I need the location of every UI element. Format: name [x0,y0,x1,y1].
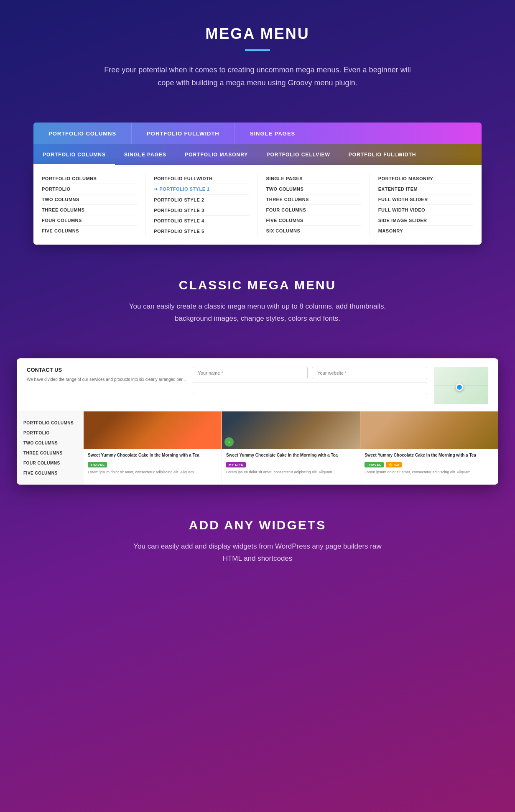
classic-description: You can easily create a classic mega men… [115,301,400,325]
sidebar-link-1[interactable]: PORTFOLIO COLUMNS [17,418,84,428]
blog-card-3-body: Sweet Yummy Chocolate Cake in the Mornin… [360,449,498,478]
menu-dropdown: PORTFOLIO COLUMNS PORTFOLIO TWO COLUMNS … [33,165,482,245]
top-bar-item-3[interactable]: SINGLE PAGES [235,123,311,144]
menu-col-2: PORTFOLIO FULLWIDTH PORTFOLIO STYLE 1 PO… [145,174,258,236]
contact-desc: We have divided the range of our service… [27,376,186,383]
mega-menu-title: MEGA MENU [33,25,482,43]
col4-item-2[interactable]: EXTENTED ITEM [378,184,473,194]
blog-rating: ⭐ 4.5 [386,462,402,467]
message-input[interactable] [193,383,427,394]
col3-item-2[interactable]: TWO COLUMNS [266,184,361,194]
classic-section: CLASSIC MEGA MENU You can easily create … [0,253,515,342]
col4-item-3[interactable]: FULL WIDTH SLIDER [378,194,473,205]
col3-item-3[interactable]: THREE COLUMNS [266,194,361,205]
classic-demo-wrapper: CONTACT US We have divided the range of … [17,358,498,485]
widgets-description: You can easily add and display widgets f… [132,541,383,565]
blog-section: PORTFOLIO COLUMNS PORTFOLIO TWO COLUMNS … [17,411,498,485]
blog-tag-2: MY LIFE [226,462,246,467]
blog-img-3 [360,411,498,449]
col4-item-4[interactable]: FULL WIDTH VIDEO [378,205,473,215]
contact-area: CONTACT US We have divided the range of … [17,358,498,411]
sidebar-link-4[interactable]: THREE COLUMNS [17,448,84,458]
widgets-section: ADD ANY WIDGETS You can easily add and d… [0,493,515,582]
blog-text-3: Lorem ipsum dolor sit amet, consectetur … [365,470,494,475]
form-row-1 [193,367,427,379]
map-dot [456,383,463,391]
contact-title: CONTACT US [27,367,186,373]
col1-item-2[interactable]: PORTFOLIO [42,184,137,194]
col4-item-1[interactable]: PORTFOLIO MASONRY [378,174,473,184]
blog-text-2: Lorem ipsum dolor sit amet, consectetur … [226,470,356,475]
second-bar-item-4[interactable]: PORTFOLIO CELLVIEW [257,144,339,165]
sidebar-link-2[interactable]: PORTFOLIO [17,428,84,438]
blog-card-3: Sweet Yummy Chocolate Cake in the Mornin… [360,411,498,485]
col1-item-4[interactable]: THREE COLUMNS [42,205,137,215]
blog-card-1: Sweet Yummy Chocolate Cake in the Mornin… [84,411,222,485]
top-bar-item-1[interactable]: PORTFOLIO COLUMNS [33,123,132,144]
col3-item-6[interactable]: SIX COLUMNS [266,226,361,236]
website-input[interactable] [312,367,427,379]
mega-menu-description: Free your potential when it comes to cre… [101,64,414,89]
classic-title: CLASSIC MEGA MENU [33,278,482,292]
blog-text-1: Lorem ipsum dolor sit amet, consectetur … [88,470,217,475]
contact-left: CONTACT US We have divided the range of … [27,367,186,383]
blog-title-3: Sweet Yummy Chocolate Cake in the Mornin… [365,452,494,458]
col4-item-5[interactable]: SIDE IMAGE SLIDER [378,215,473,226]
title-divider [245,49,270,51]
blog-card-2-body: Sweet Yummy Chocolate Cake in the Mornin… [222,449,360,478]
col3-item-1[interactable]: SINGLE PAGES [266,174,361,184]
col2-item-4[interactable]: PORTFOLIO STYLE 3 [154,205,249,216]
second-bar-item-5[interactable]: PORTFOLIO FULLWIDTH [339,144,426,165]
col1-item-3[interactable]: TWO COLUMNS [42,194,137,205]
menu-second-bar: PORTFOLIO COLUMNS SINGLE PAGES PORTFOLIO… [33,144,482,165]
menu-col-3: SINGLE PAGES TWO COLUMNS THREE COLUMNS F… [258,174,370,236]
col1-item-5[interactable]: FOUR COLUMNS [42,215,137,226]
col1-item-1[interactable]: PORTFOLIO COLUMNS [42,174,137,184]
contact-form [193,367,427,394]
blog-cards: Sweet Yummy Chocolate Cake in the Mornin… [84,411,498,485]
menu-top-bar: PORTFOLIO COLUMNS PORTFOLIO FULLWIDTH SI… [33,123,482,144]
widgets-title: ADD ANY WIDGETS [33,518,482,532]
contact-map [434,367,488,404]
blog-tag-1: TRAVEL [88,462,107,467]
second-bar-item-1[interactable]: PORTFOLIO COLUMNS [33,144,115,165]
col2-item-6[interactable]: PORTFOLIO STYLE 5 [154,226,249,236]
form-row-2 [193,383,427,394]
second-bar-item-2[interactable]: SINGLE PAGES [115,144,176,165]
mega-menu-section: MEGA MENU Free your potential when it co… [0,0,515,106]
blog-card-2: + Sweet Yummy Chocolate Cake in the Morn… [222,411,360,485]
col1-item-6[interactable]: FIVE COLUMNS [42,226,137,236]
col4-item-6[interactable]: MASONRY [378,226,473,236]
plus-icon: + [224,437,234,447]
col2-item-3[interactable]: PORTFOLIO STYLE 2 [154,195,249,205]
menu-demo-wrapper: PORTFOLIO COLUMNS PORTFOLIO FULLWIDTH SI… [33,123,482,245]
menu-col-4: PORTFOLIO MASONRY EXTENTED ITEM FULL WID… [370,174,482,236]
name-input[interactable] [193,367,308,379]
blog-img-2: + [222,411,360,449]
blog-title-1: Sweet Yummy Chocolate Cake in the Mornin… [88,452,217,458]
sidebar-link-6[interactable]: FIVE COLUMNS [17,468,84,478]
top-bar-item-2[interactable]: PORTFOLIO FULLWIDTH [132,123,235,144]
blog-title-2: Sweet Yummy Chocolate Cake in the Mornin… [226,452,356,458]
col3-item-4[interactable]: FOUR COLUMNS [266,205,361,215]
second-bar-item-3[interactable]: PORTFOLIO MASONRY [176,144,257,165]
sidebar-link-3[interactable]: TWO COLUMNS [17,438,84,448]
menu-col-1: PORTFOLIO COLUMNS PORTFOLIO TWO COLUMNS … [33,174,145,236]
col2-item-2[interactable]: PORTFOLIO STYLE 1 [154,184,249,195]
sidebar-menu: PORTFOLIO COLUMNS PORTFOLIO TWO COLUMNS … [17,411,84,485]
blog-card-1-body: Sweet Yummy Chocolate Cake in the Mornin… [84,449,222,478]
blog-img-1 [84,411,222,449]
col2-item-5[interactable]: PORTFOLIO STYLE 4 [154,216,249,226]
sidebar-link-5[interactable]: FOUR COLUMNS [17,458,84,468]
col2-item-1[interactable]: PORTFOLIO FULLWIDTH [154,174,249,184]
blog-tag-3a: TRAVEL [365,462,384,467]
col3-item-5[interactable]: FIVE COLUMNS [266,215,361,226]
